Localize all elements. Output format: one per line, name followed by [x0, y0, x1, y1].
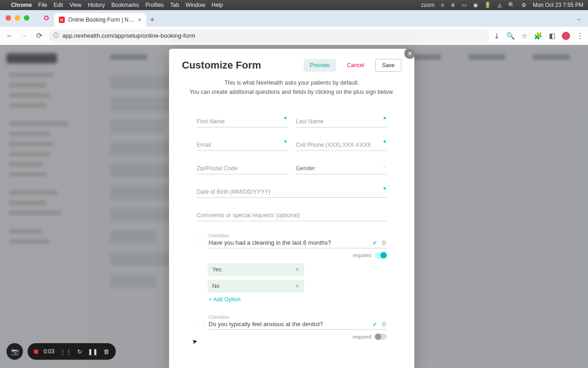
- delete-icon[interactable]: 🗑: [381, 321, 387, 328]
- window-zoom-button[interactable]: [24, 15, 29, 21]
- search-icon[interactable]: 🔍: [508, 2, 515, 8]
- modal-title: Customize Form: [182, 59, 299, 71]
- restart-icon[interactable]: ↻: [77, 348, 82, 355]
- menubar-clock[interactable]: Mon Oct 23 7:55 PM: [533, 2, 583, 8]
- question-type-label: Checkbox: [209, 315, 387, 320]
- tab-close-icon[interactable]: ×: [138, 16, 141, 23]
- gender-select[interactable]: Gender ⌄: [296, 161, 387, 174]
- menu-window[interactable]: Window: [186, 2, 205, 8]
- zoom-icon[interactable]: 🔍: [506, 32, 515, 40]
- rec-settings-icon[interactable]: ⋮⋮: [60, 348, 72, 355]
- tab-recording-indicator-icon: [44, 16, 49, 20]
- drag-handle-icon[interactable]: ⋮⋮: [197, 320, 206, 325]
- chrome-toolbar: ← → ⟳ ⓘ app.nexhealth.com/app/setup/onli…: [0, 27, 588, 45]
- required-dot-icon: [284, 117, 287, 119]
- menu-profiles[interactable]: Profiles: [146, 2, 164, 8]
- menu-tab[interactable]: Tab: [170, 2, 179, 8]
- remove-option-icon[interactable]: ✕: [295, 266, 300, 273]
- modal-body[interactable]: First Name Last Name Email Cell Phone (X: [169, 104, 414, 368]
- control-center-icon[interactable]: ⚙: [521, 2, 526, 8]
- custom-question-1: ⋮⋮ Checkbox Have you had a cleaning in t…: [197, 233, 387, 303]
- zip-field[interactable]: Zip/Postal Code: [197, 161, 288, 174]
- delete-icon[interactable]: 🗑: [381, 239, 387, 246]
- chevron-down-icon: ⌄: [382, 164, 386, 169]
- chrome-tabstrip: n Online Booking Form | NexHe × + ⌄: [0, 10, 588, 27]
- close-icon: ✕: [407, 50, 413, 57]
- add-option-button[interactable]: + Add Option: [209, 296, 387, 303]
- new-tab-button[interactable]: +: [150, 15, 155, 27]
- camera-icon: 📷: [11, 348, 19, 355]
- status-icon-4[interactable]: ◉: [473, 2, 478, 8]
- menu-history[interactable]: History: [88, 2, 105, 8]
- option-yes[interactable]: Yes ✕: [208, 263, 304, 276]
- required-toggle[interactable]: [375, 252, 387, 259]
- customize-form-modal: ✕ Customize Form Preview Cancel Save Thi…: [169, 49, 414, 368]
- menu-view[interactable]: View: [69, 2, 81, 8]
- menu-bookmarks[interactable]: Bookmarks: [112, 2, 139, 8]
- remove-option-icon[interactable]: ✕: [295, 283, 300, 289]
- option-no[interactable]: No ✕: [208, 280, 304, 293]
- site-info-icon[interactable]: ⓘ: [53, 32, 59, 40]
- mac-menubar: Chrome File Edit View History Bookmarks …: [0, 0, 588, 10]
- url-text: app.nexhealth.com/app/setup/online-booki…: [62, 32, 195, 39]
- install-app-icon[interactable]: ⤓: [494, 32, 500, 40]
- reload-button[interactable]: ⟳: [34, 31, 44, 40]
- status-icon-3[interactable]: ▭: [462, 2, 467, 8]
- required-dot-icon: [284, 140, 287, 143]
- required-dot-icon: [384, 117, 386, 119]
- menu-file[interactable]: File: [38, 2, 47, 8]
- cursor-icon: ➤: [192, 337, 198, 345]
- extensions-icon[interactable]: 🧩: [534, 32, 543, 40]
- window-minimize-button[interactable]: [15, 15, 20, 21]
- zoom-menu-icon[interactable]: zoom: [421, 2, 435, 8]
- menu-edit[interactable]: Edit: [54, 2, 63, 8]
- pause-icon[interactable]: ❚❚: [88, 348, 98, 355]
- modal-intro: This is what NexHealth asks your patient…: [169, 76, 414, 104]
- wifi-icon[interactable]: ◬: [498, 2, 502, 8]
- recording-controls: 📷 0:03 ⋮⋮ ↻ ❚❚ 🗑: [6, 343, 116, 360]
- menubar-appname[interactable]: Chrome: [11, 2, 32, 8]
- window-controls: [6, 15, 29, 21]
- status-icon-1[interactable]: ⎋: [441, 2, 444, 8]
- record-indicator-icon: [34, 350, 38, 354]
- tab-title: Online Booking Form | NexHe: [68, 17, 134, 23]
- sidepanel-icon[interactable]: ◧: [549, 32, 555, 40]
- window-close-button[interactable]: [6, 15, 11, 21]
- required-dot-icon: [384, 187, 386, 190]
- tabs-dropdown-icon[interactable]: ⌄: [574, 14, 583, 23]
- question-text-input[interactable]: Have you had a cleaning in the last 6 mo…: [209, 239, 369, 246]
- status-icon-2[interactable]: ⋔: [451, 2, 455, 8]
- modal-close-button[interactable]: ✕: [404, 49, 414, 59]
- menu-help[interactable]: Help: [212, 2, 223, 8]
- chrome-menu-icon[interactable]: ⋮: [577, 32, 583, 40]
- browser-tab[interactable]: n Online Booking Form | NexHe ×: [54, 13, 146, 27]
- comments-field[interactable]: Comments or special requests (optional): [197, 208, 387, 221]
- last-name-field[interactable]: Last Name: [296, 114, 387, 127]
- confirm-icon[interactable]: ✔: [373, 321, 377, 328]
- email-field[interactable]: Email: [197, 138, 288, 151]
- required-label: required: [353, 253, 371, 258]
- favicon-icon: n: [59, 17, 65, 23]
- battery-icon[interactable]: 🔋: [484, 2, 491, 8]
- drag-handle-icon[interactable]: ⋮⋮: [197, 238, 206, 243]
- camera-toggle-button[interactable]: 📷: [6, 343, 23, 360]
- recording-time: 0:03: [44, 348, 54, 355]
- cancel-button[interactable]: Cancel: [340, 59, 370, 72]
- dob-field[interactable]: Date of Birth (MM/DD/YYYY): [197, 184, 387, 198]
- required-dot-icon: [384, 140, 386, 143]
- first-name-field[interactable]: First Name: [197, 114, 288, 127]
- address-bar[interactable]: ⓘ app.nexhealth.com/app/setup/online-boo…: [49, 29, 489, 42]
- cell-phone-field[interactable]: Cell Phone (XXX) XXX-XXXX: [296, 138, 387, 151]
- confirm-icon[interactable]: ✔: [373, 240, 377, 246]
- required-toggle[interactable]: [375, 334, 387, 340]
- bookmark-star-icon[interactable]: ☆: [521, 32, 527, 40]
- forward-button[interactable]: →: [19, 32, 29, 40]
- question-text-input[interactable]: Do you typically feel anxious at the den…: [209, 321, 369, 328]
- custom-question-2: ⋮⋮ Checkbox Do you typically feel anxiou…: [197, 315, 387, 340]
- profile-avatar-icon[interactable]: [562, 32, 570, 40]
- save-button[interactable]: Save: [375, 59, 401, 72]
- preview-button[interactable]: Preview: [304, 59, 336, 72]
- question-type-label: Checkbox: [209, 233, 387, 238]
- trash-icon[interactable]: 🗑: [103, 348, 109, 355]
- back-button[interactable]: ←: [5, 32, 15, 40]
